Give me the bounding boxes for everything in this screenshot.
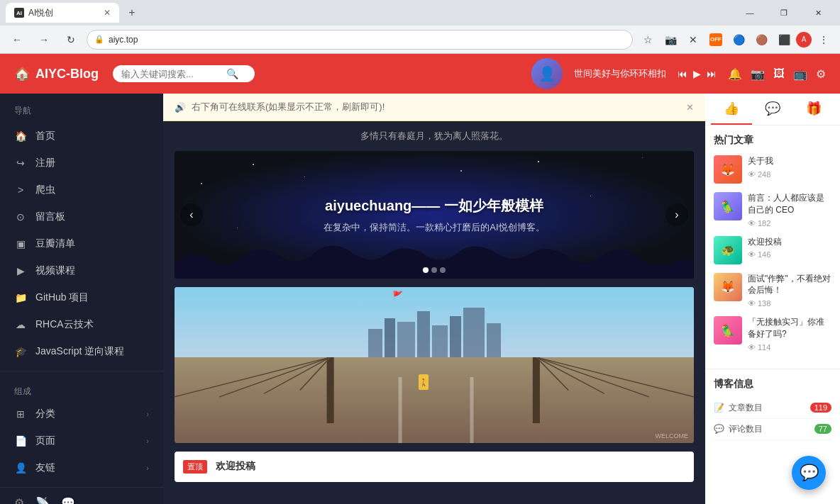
links-icon: 👤: [14, 462, 27, 474]
minimize-button[interactable]: —: [734, 0, 766, 26]
chat-footer-icon[interactable]: 💬: [61, 496, 75, 504]
close-button[interactable]: ✕: [802, 0, 834, 26]
hot-article-info-4: 面试"作弊"，不看绝对会后悔！ 👁 138: [748, 273, 831, 308]
rss-icon[interactable]: 📡: [35, 496, 50, 504]
search-input[interactable]: [121, 69, 221, 79]
camera-icon[interactable]: 📷: [660, 29, 681, 50]
building: [368, 329, 382, 357]
twitch-icon[interactable]: 📺: [793, 67, 807, 81]
slider-title: aiyuechuang—— 一如少年般模样: [324, 196, 544, 215]
sidebar-label-category: 分类: [35, 408, 55, 420]
settings-icon[interactable]: ⚙: [816, 67, 826, 81]
sidebar-item-guestbook[interactable]: ⊙ 留言板: [0, 203, 163, 230]
hot-article-thumb-5: 🦜: [714, 316, 742, 345]
stat-articles-text: 文章数目: [729, 402, 763, 414]
logo-home-icon: 🏠: [14, 66, 30, 82]
sidebar-item-home[interactable]: 🏠 首页: [0, 123, 163, 150]
js-icon: 🎓: [14, 346, 27, 357]
ext2-icon[interactable]: OFF: [705, 29, 726, 50]
settings-footer-icon[interactable]: ⚙: [14, 496, 24, 504]
comments-count-badge: 77: [814, 424, 831, 434]
site-logo[interactable]: 🏠 AIYC-Blog: [14, 66, 99, 82]
slider-dots: [423, 267, 446, 273]
reload-button[interactable]: ↻: [60, 28, 82, 51]
sidebar-item-links[interactable]: 👤 友链 ›: [0, 454, 163, 481]
chat-widget-button[interactable]: 💬: [792, 456, 826, 490]
watermark-text: WELCOME: [655, 432, 688, 439]
ext1-icon[interactable]: ✕: [682, 29, 704, 50]
svg-rect-0: [327, 357, 334, 423]
hot-articles-section: 热门文章 🦊 关于我 👁 248 🦜 前言：人人都应该是自己的 CEO: [705, 125, 840, 369]
tab-gifts[interactable]: 🎁: [793, 94, 834, 125]
hot-article-title-1: 关于我: [748, 155, 831, 167]
views-count-2: 182: [758, 219, 770, 228]
tab-close-button[interactable]: ✕: [104, 8, 111, 18]
sidebar-item-category[interactable]: ⊞ 分类 ›: [0, 401, 163, 427]
hot-article-views-1: 👁 248: [748, 170, 831, 179]
chevron-right-icon-2: ›: [146, 437, 149, 445]
ext3-icon[interactable]: 🔵: [728, 29, 749, 50]
ext4-icon[interactable]: 🟤: [751, 29, 772, 50]
hot-article-info-1: 关于我 👁 248: [748, 155, 831, 184]
sidebar-item-rhca[interactable]: ☁ RHCA云技术: [0, 311, 163, 338]
sidebar-item-github[interactable]: 📁 GitHub 项目: [0, 284, 163, 311]
article-card[interactable]: 置顶 欢迎投稿: [175, 452, 694, 482]
slider-dot-1[interactable]: [423, 267, 429, 273]
slider-next-button[interactable]: ›: [665, 203, 688, 226]
slider-subtitle: 在复杂中，保持简洁。一款精心打磨后的AI悦创博客。: [324, 221, 544, 234]
browser-tab[interactable]: AI AI悦创 ✕: [6, 3, 119, 23]
hot-article-2[interactable]: 🦜 前言：人人都应该是自己的 CEO 👁 182: [714, 192, 831, 228]
sidebar-item-page[interactable]: 📄 页面 ›: [0, 427, 163, 454]
sidebar-item-douban[interactable]: ▣ 豆瓣清单: [0, 230, 163, 257]
music-prev-button[interactable]: ⏮: [678, 68, 687, 79]
hot-article-4[interactable]: 🦊 面试"作弊"，不看绝对会后悔！ 👁 138: [714, 273, 831, 308]
hot-article-1[interactable]: 🦊 关于我 👁 248: [714, 155, 831, 184]
comment-count-icon: 💬: [714, 424, 724, 434]
person-figure: 🚶: [419, 374, 429, 390]
bridge-cables-svg: [175, 357, 694, 443]
search-bar[interactable]: 🔍: [113, 65, 255, 82]
hot-article-3[interactable]: 🐢 欢迎投稿 👁 146: [714, 236, 831, 264]
bell-icon[interactable]: 🔔: [728, 67, 742, 81]
video-icon: ▶: [14, 265, 27, 276]
menu-icon[interactable]: ⋮: [813, 29, 834, 50]
page: 🏠 AIYC-Blog 🔍 👤 世间美好与你环环相扣 ⏮ ▶ ⏭ 🔔 📷 🖼 📺: [0, 54, 840, 504]
sidebar-item-js[interactable]: 🎓 JavaScript 逆向课程: [0, 338, 163, 365]
tab-comments[interactable]: 💬: [752, 94, 793, 125]
slider-prev-button[interactable]: ‹: [180, 203, 203, 226]
ext5-icon[interactable]: ⬛: [773, 29, 795, 50]
hot-article-5[interactable]: 🦜 「无接触实习」你准备好了吗? 👁 114: [714, 316, 831, 352]
user-avatar[interactable]: 👤: [531, 58, 563, 89]
slider-dot-3[interactable]: [440, 267, 446, 273]
tab-likes[interactable]: 👍: [711, 94, 752, 125]
sky-layer: 🚩: [175, 287, 694, 357]
forward-button[interactable]: →: [33, 28, 55, 51]
instagram-icon[interactable]: 📷: [751, 67, 765, 81]
chevron-right-icon: ›: [146, 410, 149, 418]
sidebar-label-links: 友链: [35, 461, 55, 474]
music-play-button[interactable]: ▶: [693, 68, 701, 79]
search-button[interactable]: 🔍: [226, 68, 238, 79]
hot-article-title-5: 「无接触实习」你准备好了吗?: [748, 316, 831, 340]
building: [487, 323, 501, 357]
hot-article-info-3: 欢迎投稿 👁 146: [748, 236, 831, 264]
back-button[interactable]: ←: [6, 28, 28, 51]
github-icon: 📁: [14, 292, 27, 303]
slider-dot-2[interactable]: [431, 267, 437, 273]
hot-article-title-3: 欢迎投稿: [748, 236, 831, 248]
views-icon-1: 👁: [748, 170, 756, 179]
sidebar-item-video[interactable]: ▶ 视频课程: [0, 257, 163, 284]
nav-section-title: 导航: [0, 105, 163, 123]
sidebar-footer: ⚙ 📡 💬: [0, 487, 163, 504]
star-icon[interactable]: ☆: [637, 29, 658, 50]
music-next-button[interactable]: ⏭: [707, 68, 717, 79]
sidebar-item-register[interactable]: ↪ 注册: [0, 150, 163, 177]
ext6-icon[interactable]: A: [796, 32, 812, 47]
new-tab-button[interactable]: +: [122, 3, 142, 23]
address-bar[interactable]: 🔒 aiyc.top: [87, 30, 633, 50]
maximize-button[interactable]: ❐: [768, 0, 800, 26]
sidebar-item-crawler[interactable]: > 爬虫: [0, 177, 163, 203]
alert-close-button[interactable]: ✕: [686, 102, 694, 113]
tab-favicon: AI: [14, 8, 24, 18]
image-icon[interactable]: 🖼: [773, 67, 785, 81]
